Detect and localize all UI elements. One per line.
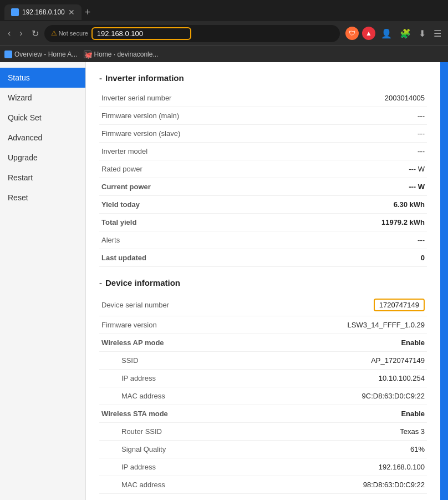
extensions-icon[interactable]: 🧩 [398, 27, 413, 40]
table-row: Rated power --- W [99, 160, 427, 178]
toolbar: ‹ › ↻ ⚠ Not secure 🛡 ▲ 👤 🧩 ⬇ ☰ [0, 21, 448, 46]
table-row: Last updated 0 [99, 249, 427, 267]
url-input[interactable] [91, 27, 191, 40]
table-row: Alerts --- [99, 231, 427, 249]
bookmark-label-1: Overview - Home A... [14, 50, 77, 58]
device-section-title: - Device information [99, 278, 427, 287]
toolbar-icons: 🛡 ▲ 👤 🧩 ⬇ ☰ [345, 27, 444, 40]
page: Status Wizard Quick Set Advanced Upgrade… [0, 62, 448, 500]
bookmark-label-2: Home · devinaconle... [94, 50, 158, 58]
main-content: - Inverter information Inverter serial n… [86, 62, 440, 500]
table-row: IP address 10.10.100.254 [99, 370, 427, 387]
new-tab-button[interactable]: + [85, 7, 91, 18]
sidebar-item-restart[interactable]: Restart [0, 168, 85, 188]
table-row: MAC address 98:D8:63:D0:C9:22 [99, 476, 427, 494]
bookmark-overview[interactable]: Overview - Home A... [4, 50, 77, 58]
bookmarks-bar: Overview - Home A... 🐙 Home · devinaconl… [0, 46, 448, 62]
tab-close-button[interactable]: ✕ [68, 8, 75, 17]
table-row: Current power --- W [99, 178, 427, 196]
table-row: Wireless AP mode Enable [99, 334, 427, 352]
bookmark-github[interactable]: 🐙 Home · devinaconle... [84, 50, 158, 58]
table-row: SSID AP_1720747149 [99, 352, 427, 370]
bookmark-favicon-1 [4, 50, 12, 58]
inverter-info-table: Inverter serial number 2003014005 Firmwa… [99, 89, 427, 267]
downloads-icon[interactable]: ⬇ [416, 27, 428, 40]
reload-button[interactable]: ↻ [28, 26, 42, 41]
bat-rewards-icon[interactable]: ▲ [362, 27, 375, 40]
table-row: Yield today 6.30 kWh [99, 196, 427, 214]
device-section: - Device information Device serial numbe… [99, 278, 427, 494]
table-row: Wireless STA mode Enable [99, 405, 427, 423]
bookmark-favicon-2: 🐙 [84, 50, 91, 58]
tab-title: 192.168.0.100 [22, 8, 65, 16]
security-indicator: ⚠ Not secure [51, 29, 88, 37]
device-serial-value: 1720747149 [374, 299, 425, 311]
table-row: Inverter model --- [99, 143, 427, 160]
table-row: MAC address 9C:D8:63:D0:C9:22 [99, 387, 427, 405]
table-row: Total yield 11979.2 kWh [99, 214, 427, 231]
right-panel[interactable] [440, 62, 448, 500]
inverter-section-title: - Inverter information [99, 73, 427, 83]
sidebar-item-advanced[interactable]: Advanced [0, 128, 85, 148]
inverter-section: - Inverter information Inverter serial n… [99, 73, 427, 267]
tab-bar: 192.168.0.100 ✕ + [0, 0, 448, 21]
forward-button[interactable]: › [16, 26, 26, 41]
tab-favicon [11, 8, 19, 16]
warning-icon: ⚠ [51, 29, 57, 37]
brave-shield-icon[interactable]: 🛡 [345, 27, 359, 40]
menu-icon[interactable]: ☰ [431, 27, 444, 40]
table-row: Signal Quality 61% [99, 441, 427, 458]
back-button[interactable]: ‹ [4, 26, 14, 41]
sidebar-item-status[interactable]: Status [0, 68, 85, 88]
sidebar-item-quickset[interactable]: Quick Set [0, 108, 85, 128]
table-row: Firmware version (slave) --- [99, 125, 427, 143]
sidebar-item-upgrade[interactable]: Upgrade [0, 148, 85, 168]
table-row: Router SSID Texas 3 [99, 423, 427, 441]
sidebar-item-wizard[interactable]: Wizard [0, 88, 85, 108]
table-row: Firmware version LSW3_14_FFFF_1.0.29 [99, 316, 427, 334]
table-row: Inverter serial number 2003014005 [99, 89, 427, 107]
table-row: IP address 192.168.0.100 [99, 458, 427, 476]
not-secure-label: Not secure [59, 30, 88, 37]
sidebar-item-reset[interactable]: Reset [0, 188, 85, 208]
sidebar: Status Wizard Quick Set Advanced Upgrade… [0, 62, 86, 500]
address-bar[interactable]: ⚠ Not secure [44, 25, 340, 42]
active-tab[interactable]: 192.168.0.100 ✕ [4, 4, 82, 20]
table-row: Firmware version (main) --- [99, 107, 427, 125]
table-row: Device serial number 1720747149 [99, 294, 427, 316]
device-info-table: Device serial number 1720747149 Firmware… [99, 294, 427, 494]
profile-icon[interactable]: 👤 [379, 27, 394, 40]
